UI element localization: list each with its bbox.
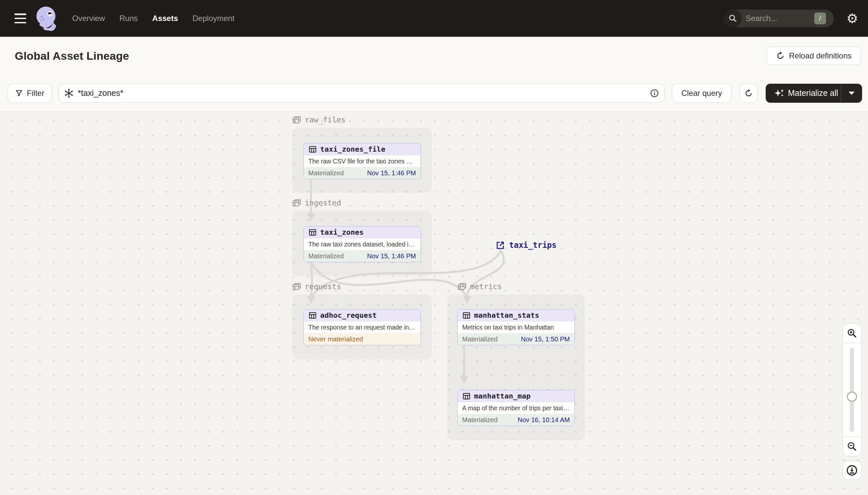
materialize-all-button[interactable]: Materialize all xyxy=(766,84,841,103)
filter-button[interactable]: Filter xyxy=(7,84,52,103)
search-icon xyxy=(724,10,742,27)
asset-graph-query-icon xyxy=(64,88,74,98)
zoom-slider-thumb[interactable] xyxy=(847,392,857,402)
lineage-edges xyxy=(0,112,868,495)
chevron-down-icon xyxy=(849,91,854,95)
group-tables-icon xyxy=(292,199,301,207)
download-icon xyxy=(846,464,858,476)
nav-item-deployment[interactable]: Deployment xyxy=(193,14,234,23)
refresh-icon xyxy=(744,89,753,98)
sparkle-icon xyxy=(774,88,784,98)
asset-description: Metrics on taxi trips in Manhattan xyxy=(458,321,574,334)
search-shortcut-badge: / xyxy=(814,13,826,24)
page-header: Global Asset Lineage Reload definitions xyxy=(0,37,868,75)
refresh-graph-button[interactable] xyxy=(739,84,758,103)
asset-name: adhoc_request xyxy=(320,311,377,319)
status-timestamp: Nov 15, 1:46 PM xyxy=(367,169,416,177)
hamburger-menu-icon[interactable] xyxy=(14,14,26,23)
asset-status-row: Materialized Nov 15, 1:46 PM xyxy=(304,167,421,179)
asset-status-row: Materialized Nov 16, 10:14 AM xyxy=(458,414,574,426)
table-icon xyxy=(308,228,317,237)
materialize-options-dropdown[interactable] xyxy=(841,84,862,103)
nav-item-runs[interactable]: Runs xyxy=(119,14,138,23)
zoom-out-icon xyxy=(847,441,857,452)
dagster-logo-icon[interactable] xyxy=(35,5,59,31)
asset-description: The raw CSV file for the taxi zones dat.… xyxy=(304,155,421,167)
asset-status-row: Materialized Nov 15, 1:50 PM xyxy=(458,334,574,345)
external-link-icon xyxy=(495,240,505,250)
asset-description: A map of the number of trips per taxi z.… xyxy=(458,402,574,414)
group-label-metrics[interactable]: metrics xyxy=(458,282,502,291)
reload-definitions-button[interactable]: Reload definitions xyxy=(766,47,861,65)
group-tables-icon xyxy=(458,282,467,291)
status-label: Materialized xyxy=(308,169,344,177)
clear-query-button[interactable]: Clear query xyxy=(672,84,731,103)
info-icon[interactable] xyxy=(650,89,659,98)
group-label-ingested[interactable]: ingested xyxy=(292,199,341,207)
group-tables-icon xyxy=(292,282,301,291)
nav-item-overview[interactable]: Overview xyxy=(72,14,105,23)
status-label: Materialized xyxy=(462,336,498,343)
status-label: Materialized xyxy=(462,416,498,424)
status-timestamp: Nov 15, 1:50 PM xyxy=(521,336,570,343)
table-icon xyxy=(462,392,471,400)
group-tables-icon xyxy=(292,116,301,124)
asset-node-taxi-zones[interactable]: taxi_zones The raw taxi zones dataset, l… xyxy=(303,226,421,262)
status-label: Never materialized xyxy=(308,336,363,343)
asset-node-manhattan-map[interactable]: manhattan_map A map of the number of tri… xyxy=(457,390,575,426)
table-icon xyxy=(308,311,317,320)
asset-description: The response to an request made in th... xyxy=(304,321,421,334)
group-label-requests[interactable]: requests xyxy=(292,282,341,291)
zoom-out-button[interactable] xyxy=(843,437,861,456)
asset-description: The raw taxi zones dataset, loaded int..… xyxy=(304,238,421,251)
lineage-graph-canvas[interactable]: raw_files ingested requests metrics xyxy=(0,112,868,495)
table-icon xyxy=(462,311,471,320)
reload-icon xyxy=(776,51,785,61)
group-label-raw-files[interactable]: raw_files xyxy=(292,116,346,124)
lineage-toolbar: Filter Clear query xyxy=(0,75,868,112)
asset-node-taxi-zones-file[interactable]: taxi_zones_file The raw CSV file for the… xyxy=(303,143,421,179)
zoom-in-icon xyxy=(847,328,857,338)
table-icon xyxy=(308,145,317,154)
external-asset-taxi-trips[interactable]: taxi_trips xyxy=(495,240,557,250)
funnel-icon xyxy=(15,89,23,97)
zoom-slider[interactable] xyxy=(843,343,861,437)
zoom-slider-track xyxy=(850,347,854,432)
zoom-controls xyxy=(843,323,862,456)
status-label: Materialized xyxy=(308,252,344,260)
asset-status-row: Materialized Nov 15, 1:46 PM xyxy=(304,251,421,262)
asset-name: taxi_zones_file xyxy=(320,145,386,153)
asset-name: manhattan_map xyxy=(474,392,530,400)
asset-node-manhattan-stats[interactable]: manhattan_stats Metrics on taxi trips in… xyxy=(457,309,575,345)
status-timestamp: Nov 16, 10:14 AM xyxy=(518,416,570,424)
settings-gear-icon[interactable]: ⚙ xyxy=(846,12,858,25)
asset-name: manhattan_stats xyxy=(474,311,539,319)
asset-selection-input-box[interactable] xyxy=(58,84,665,103)
nav-item-assets[interactable]: Assets xyxy=(152,14,178,23)
asset-node-adhoc-request[interactable]: adhoc_request The response to an request… xyxy=(303,309,421,345)
materialize-all-split-button[interactable]: Materialize all xyxy=(766,84,862,103)
asset-status-row: Never materialized xyxy=(304,334,421,345)
asset-selection-input[interactable] xyxy=(78,88,650,98)
global-search[interactable]: / xyxy=(724,10,834,27)
status-timestamp: Nov 15, 1:46 PM xyxy=(367,252,416,260)
search-input[interactable] xyxy=(746,14,805,23)
page-title: Global Asset Lineage xyxy=(15,50,129,62)
zoom-in-button[interactable] xyxy=(843,324,861,343)
top-nav-bar: Overview Runs Assets Deployment / ⚙ xyxy=(0,0,868,37)
nav-links: Overview Runs Assets Deployment xyxy=(72,14,234,23)
asset-name: taxi_zones xyxy=(320,228,364,236)
download-view-button[interactable] xyxy=(843,461,862,480)
